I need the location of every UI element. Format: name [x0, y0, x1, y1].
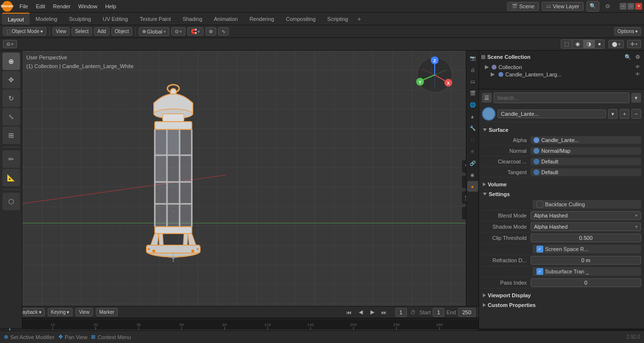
- blend-mode-dropdown[interactable]: Alpha Hashed ▾: [531, 211, 641, 220]
- annotate-tool[interactable]: ✏: [2, 150, 20, 168]
- gizmo-toggle[interactable]: ✛ ▾: [627, 40, 641, 48]
- custom-properties-section[interactable]: Custom Properties: [482, 300, 641, 310]
- view-layer-props-icon[interactable]: 🗂: [467, 76, 478, 87]
- proportional-edit[interactable]: ⊚: [205, 27, 216, 36]
- material-props-icon[interactable]: ●: [467, 181, 478, 192]
- viewport-gizmo[interactable]: Z X Y: [415, 55, 454, 94]
- constraints-props-icon[interactable]: 🔗: [467, 158, 478, 168]
- outliner-collection-item[interactable]: ▶ Collection 👁: [481, 63, 642, 71]
- tab-uv-editing[interactable]: UV Editing: [97, 13, 134, 25]
- go-to-end-btn[interactable]: ⏭: [379, 307, 389, 318]
- maximize-btn[interactable]: □: [627, 3, 634, 10]
- view-menu-timeline[interactable]: View: [75, 308, 93, 316]
- props-view-toggle[interactable]: ☰: [482, 93, 492, 103]
- screen-space-field[interactable]: ✓ Screen Space R...: [533, 245, 641, 253]
- clearcoat-value[interactable]: Default: [531, 158, 641, 165]
- minimize-btn[interactable]: ─: [620, 3, 626, 10]
- material-remove-btn[interactable]: −: [631, 109, 641, 119]
- start-frame-input[interactable]: 1: [433, 308, 444, 317]
- marker-menu[interactable]: Marker: [96, 308, 118, 316]
- modifier-props-icon[interactable]: 🔧: [467, 123, 478, 133]
- alpha-value[interactable]: Candle_Lante...: [531, 136, 641, 144]
- screen-space-checkbox[interactable]: ✓: [536, 246, 543, 253]
- material-browse-btn[interactable]: ▾: [608, 109, 618, 119]
- timeline-body[interactable]: 0 10 20 30 50 80 110 140 200 230: [0, 318, 478, 331]
- end-frame-input[interactable]: 250: [458, 308, 476, 317]
- solid-mode[interactable]: ◉: [572, 40, 584, 48]
- props-sort-icon[interactable]: ▾: [631, 93, 641, 103]
- transform-tool[interactable]: ⊞: [2, 126, 20, 144]
- close-btn[interactable]: ✕: [635, 3, 642, 10]
- tab-scripting[interactable]: Scripting: [321, 13, 354, 25]
- backface-culling-field[interactable]: Backface Culling: [533, 200, 641, 209]
- rendered-mode[interactable]: ●: [595, 40, 604, 48]
- menu-render[interactable]: Render: [49, 2, 74, 10]
- viewport-display-section[interactable]: Viewport Display: [482, 290, 641, 300]
- props-search-input[interactable]: [494, 92, 629, 103]
- object-mode-selector[interactable]: ⬚ Object Mode ▾: [3, 27, 46, 36]
- settings-section-header[interactable]: Settings: [482, 189, 641, 199]
- normal-value[interactable]: Normal/Map: [531, 147, 641, 155]
- volume-section-header[interactable]: Volume: [482, 180, 641, 189]
- add-object-tool[interactable]: ⬡: [2, 193, 20, 210]
- blender-logo[interactable]: Blender: [2, 1, 13, 12]
- tab-compositing[interactable]: Compositing: [280, 13, 321, 25]
- data-props-icon[interactable]: ◉: [467, 169, 478, 180]
- scale-tool[interactable]: ⤡: [2, 108, 20, 126]
- subsurface-tran-field[interactable]: ✓ Subsurface Tran _: [533, 267, 641, 276]
- physics-props-icon[interactable]: ⚛: [467, 146, 478, 157]
- outliner-settings-icon[interactable]: ⚙: [633, 53, 642, 61]
- render-props-icon[interactable]: 📷: [467, 53, 478, 63]
- add-menu[interactable]: Add: [94, 27, 110, 36]
- menu-file[interactable]: File: [16, 2, 32, 10]
- tab-animation[interactable]: Animation: [208, 13, 244, 25]
- play-forward-btn[interactable]: ▶: [367, 307, 378, 318]
- transform-orientation[interactable]: ⊕ Global ▾: [139, 27, 169, 36]
- output-props-icon[interactable]: 🖨: [467, 64, 478, 75]
- tab-shading[interactable]: Shading: [177, 13, 208, 25]
- pass-index-input[interactable]: 0: [531, 278, 641, 287]
- move-tool[interactable]: ✥: [2, 71, 20, 89]
- particles-props-icon[interactable]: ∷: [467, 134, 478, 145]
- viewport-shading-toggle[interactable]: ⊙ ▾: [3, 40, 17, 48]
- proportional-falloff[interactable]: ∿: [218, 27, 229, 36]
- tab-texture-paint[interactable]: Texture Paint: [134, 13, 177, 25]
- select-menu[interactable]: Select: [72, 27, 92, 36]
- refraction-d-input[interactable]: 0 m: [531, 256, 641, 265]
- backface-culling-checkbox[interactable]: [536, 201, 543, 208]
- tab-sculpting[interactable]: Sculpting: [63, 13, 97, 25]
- object-menu[interactable]: Object: [111, 27, 132, 36]
- rotate-tool[interactable]: ↻: [2, 90, 20, 107]
- current-frame-input[interactable]: 1: [395, 308, 407, 317]
- menu-help[interactable]: Help: [101, 2, 120, 10]
- snap-settings[interactable]: 🧲 ▾: [187, 27, 203, 36]
- tab-modeling[interactable]: Modeling: [30, 13, 63, 25]
- lookdev-mode[interactable]: ◑: [584, 40, 595, 48]
- filter-icon[interactable]: ⚙: [602, 1, 613, 12]
- measure-tool[interactable]: 📐: [2, 169, 20, 186]
- material-name-input[interactable]: Candle_Lante...: [497, 109, 606, 118]
- pivot-point[interactable]: ⊙ ▾: [171, 27, 185, 36]
- world-props-icon[interactable]: 🌐: [467, 99, 478, 110]
- fps-icon[interactable]: ⏱: [409, 308, 418, 317]
- subsurface-tran-checkbox[interactable]: ✓: [536, 268, 543, 275]
- add-workspace-btn[interactable]: +: [354, 14, 365, 24]
- go-to-start-btn[interactable]: ⏮: [344, 307, 354, 318]
- viewport-3d[interactable]: User Perspective (1) Collection | Candle…: [22, 51, 478, 328]
- tab-rendering[interactable]: Rendering: [243, 13, 280, 25]
- scene-selector[interactable]: 🎬 Scene: [507, 2, 539, 11]
- keying-menu[interactable]: Keying▾: [48, 308, 73, 316]
- search-icon[interactable]: 🔍: [587, 1, 599, 12]
- menu-edit[interactable]: Edit: [32, 2, 49, 10]
- view-menu[interactable]: View: [53, 27, 70, 36]
- material-add-btn[interactable]: +: [620, 109, 629, 119]
- view-layer-selector[interactable]: 🗂 View Layer: [542, 2, 584, 11]
- shadow-mode-dropdown[interactable]: Alpha Hashed ▾: [531, 222, 641, 231]
- tab-layout[interactable]: Layout: [2, 13, 30, 25]
- cursor-tool[interactable]: ⊕: [2, 53, 20, 70]
- clip-threshold-input[interactable]: 0.500: [531, 234, 641, 242]
- outliner-mesh-item[interactable]: ▶ Candle_Lantern_Larg... 👁: [481, 71, 642, 78]
- wireframe-mode[interactable]: ⬚: [561, 40, 572, 48]
- tangent-value[interactable]: Default: [531, 168, 641, 176]
- surface-section-header[interactable]: Surface: [482, 125, 641, 135]
